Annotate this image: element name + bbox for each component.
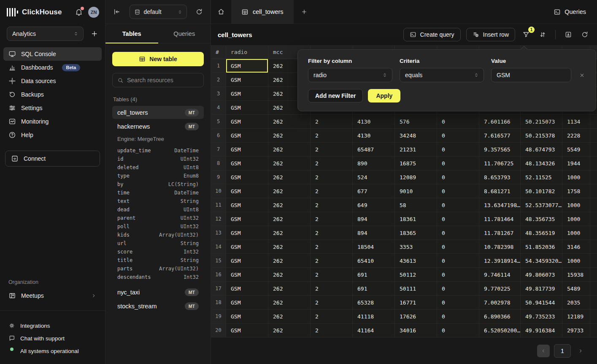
cell-cell[interactable]: 12089 xyxy=(395,170,437,184)
cell-lat[interactable]: 50.215073 xyxy=(521,115,562,129)
cell-range[interactable]: 1758 xyxy=(562,184,590,198)
cell-mcc[interactable]: 262 xyxy=(268,324,311,337)
cell-lon[interactable]: 7.601166 xyxy=(479,115,521,129)
table-row[interactable]: 17 GSM 262 2 691 50111 0 9.770225 49.817… xyxy=(211,282,597,296)
sidebar-item[interactable]: Help xyxy=(3,128,102,142)
sort-button[interactable] xyxy=(537,29,548,40)
cell-net[interactable]: 2 xyxy=(311,129,353,143)
cell-area[interactable]: 4130 xyxy=(353,129,395,143)
cell-unit[interactable]: 0 xyxy=(437,268,479,282)
cell-area[interactable]: 65487 xyxy=(353,143,395,156)
table-row[interactable]: 20 GSM 262 2 41164 34016 0 6.52050200… 4… xyxy=(211,324,597,337)
refresh-grid-button[interactable] xyxy=(579,29,590,40)
cell-area[interactable]: 691 xyxy=(353,282,395,296)
cell-net[interactable]: 2 xyxy=(311,143,353,156)
cell-area[interactable]: 4130 xyxy=(353,115,395,129)
cell-radio[interactable]: GSM xyxy=(226,296,268,310)
cell-lon[interactable]: 9.746114 xyxy=(479,268,521,282)
cell-area[interactable]: 691 xyxy=(353,268,395,282)
cell-radio[interactable]: GSM xyxy=(226,73,268,87)
cell-radio[interactable]: GSM xyxy=(226,101,268,115)
cell-unit[interactable]: 0 xyxy=(437,184,479,198)
cell-range[interactable]: 2035 xyxy=(562,296,590,310)
cell-radio[interactable]: GSM xyxy=(226,324,268,337)
cell-mcc[interactable]: 262 xyxy=(268,268,311,282)
cell-range[interactable]: 1944 xyxy=(562,156,590,170)
cell-area[interactable]: 524 xyxy=(353,170,395,184)
cell-radio[interactable]: GSM xyxy=(226,115,268,129)
cell-lat[interactable]: 52.11525 xyxy=(521,170,562,184)
cell-area[interactable]: 894 xyxy=(353,226,395,240)
cell-range[interactable]: 1000 xyxy=(562,212,590,226)
cell-unit[interactable]: 0 xyxy=(437,129,479,143)
cell-unit[interactable]: 0 xyxy=(437,156,479,170)
cell-area[interactable]: 894 xyxy=(353,212,395,226)
cell-unit[interactable]: 0 xyxy=(437,310,479,324)
tab-cell-towers[interactable]: cell_towers xyxy=(231,0,294,24)
cell-radio[interactable]: GSM xyxy=(226,129,268,143)
cell-lat[interactable]: 48.356519 xyxy=(521,226,562,240)
cell-lat[interactable]: 50.101782 xyxy=(521,184,562,198)
sidebar-item[interactable]: Settings xyxy=(3,101,102,115)
cell-lat[interactable]: 54.3459320… xyxy=(521,254,562,268)
sidebar-item[interactable]: Backups xyxy=(3,88,102,101)
cell-mcc[interactable]: 262 xyxy=(268,240,311,254)
cell-lon[interactable]: 10.782398 xyxy=(479,240,521,254)
cell-area[interactable]: 41164 xyxy=(353,324,395,337)
cell-net[interactable]: 2 xyxy=(311,254,353,268)
cell-range[interactable]: 5549 xyxy=(562,143,590,156)
cell-net[interactable]: 2 xyxy=(311,268,353,282)
cell-unit[interactable]: 0 xyxy=(437,240,479,254)
cell-cell[interactable]: 16875 xyxy=(395,156,437,170)
footer-item[interactable]: Chat with support xyxy=(0,332,105,345)
cell-radio[interactable]: GSM xyxy=(226,254,268,268)
cell-cell[interactable]: 18361 xyxy=(395,212,437,226)
cell-cell[interactable]: 43613 xyxy=(395,254,437,268)
filter-column-select[interactable]: radio xyxy=(308,68,392,82)
cell-area[interactable]: 18504 xyxy=(353,240,395,254)
cell-mcc[interactable]: 262 xyxy=(268,184,311,198)
cell-lat[interactable]: 49.916384 xyxy=(521,324,562,337)
cell-net[interactable]: 2 xyxy=(311,212,353,226)
new-table-button[interactable]: New table xyxy=(112,52,204,66)
cell-lon[interactable]: 11.706725 xyxy=(479,156,521,170)
cell-range[interactable]: 1000 xyxy=(562,254,590,268)
new-tab-button[interactable] xyxy=(294,0,315,24)
cell-net[interactable]: 2 xyxy=(311,310,353,324)
create-query-button[interactable]: Create query xyxy=(403,28,461,41)
sidebar-item[interactable]: Monitoring xyxy=(3,115,102,128)
cell-cell[interactable]: 9010 xyxy=(395,184,437,198)
table-row[interactable]: 13 GSM 262 2 894 18365 0 11.781267 48.35… xyxy=(211,226,597,240)
footer-item[interactable]: Integrations xyxy=(0,319,105,332)
cell-mcc[interactable]: 262 xyxy=(268,226,311,240)
cell-cell[interactable]: 34248 xyxy=(395,129,437,143)
add-service-button[interactable] xyxy=(90,30,98,38)
cell-net[interactable]: 2 xyxy=(311,296,353,310)
cell-lon[interactable]: 8.653793 xyxy=(479,170,521,184)
cell-lon[interactable]: 11.781464 xyxy=(479,212,521,226)
cell-unit[interactable]: 0 xyxy=(437,115,479,129)
filter-button[interactable]: 1 xyxy=(521,29,532,40)
cell-net[interactable]: 2 xyxy=(311,198,353,212)
cell-lat[interactable]: 50.215378 xyxy=(521,129,562,143)
cell-lat[interactable]: 51.852036 xyxy=(521,240,562,254)
cell-cell[interactable]: 576 xyxy=(395,115,437,129)
cell-radio[interactable]: GSM xyxy=(226,143,268,156)
tab-tables[interactable]: Tables xyxy=(105,24,158,43)
cell-net[interactable]: 2 xyxy=(311,282,353,296)
cell-radio[interactable]: GSM xyxy=(226,226,268,240)
cell-lon[interactable]: 6.890366 xyxy=(479,310,521,324)
cell-lat[interactable]: 49.735233 xyxy=(521,310,562,324)
collapse-sidebar-button[interactable] xyxy=(113,8,121,16)
sidebar-item-meetups[interactable]: Meetups xyxy=(3,289,102,302)
cell-unit[interactable]: 0 xyxy=(437,226,479,240)
cell-lon[interactable]: 7.616577 xyxy=(479,129,521,143)
cell-lat[interactable]: 48.356735 xyxy=(521,212,562,226)
cell-unit[interactable]: 0 xyxy=(437,282,479,296)
cell-radio[interactable]: GSM xyxy=(226,184,268,198)
cell-range[interactable]: 1134 xyxy=(562,115,590,129)
cell-net[interactable]: 2 xyxy=(311,170,353,184)
cell-lon[interactable]: 7.002978 xyxy=(479,296,521,310)
cell-unit[interactable]: 0 xyxy=(437,170,479,184)
insert-row-button[interactable]: Insert row xyxy=(466,28,515,41)
